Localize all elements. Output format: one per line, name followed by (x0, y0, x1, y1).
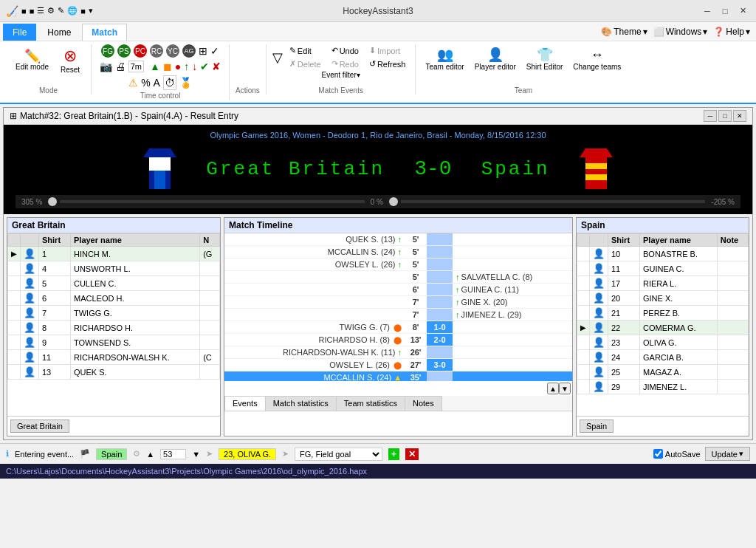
btn-pc[interactable]: PC (134, 44, 147, 58)
btn-7m[interactable]: 7m (128, 61, 144, 72)
timeline-row[interactable]: OWSLEY L. (26) ⬤ 27' 3-0 (224, 359, 572, 371)
autosave-label[interactable]: AutoSave (653, 449, 701, 459)
btn-rc[interactable]: RC (150, 44, 163, 58)
btn-arrow-down[interactable]: ↓ (192, 61, 197, 72)
btn-circle[interactable]: ● (175, 61, 181, 72)
gb-player-scroll[interactable]: Shirt Player name N ▶ 👤 1 HINCH M. (G 👤 … (7, 233, 220, 416)
spain-player-row[interactable]: 👤 17 RIERA L. (577, 276, 749, 291)
btn-camera[interactable]: 📷 (100, 61, 112, 72)
team-num-input[interactable] (160, 449, 186, 459)
redo-button[interactable]: ↷ Redo (328, 58, 362, 70)
add-event-button[interactable]: + (388, 448, 399, 460)
undo-button[interactable]: ↶ Undo (328, 44, 362, 57)
timeline-row[interactable]: TWIGG G. (7) ⬤ 8' 1-0 (224, 321, 572, 334)
tab-events[interactable]: Events (224, 396, 266, 411)
timeline-scroll[interactable]: QUEK S. (13) ↑ 5' MCCALLIN S. (24) ↑ 5' … (224, 233, 572, 381)
minimize-button[interactable]: ─ (700, 4, 715, 18)
shirt-editor-button[interactable]: 👕 Shirt Editor (523, 44, 566, 73)
spain-player-row[interactable]: 👤 29 JIMENEZ L. (577, 380, 749, 394)
spain-player-row[interactable]: 👤 21 PEREZ B. (577, 306, 749, 321)
btn-medal[interactable]: 🏅 (179, 77, 192, 89)
match-window-maximize[interactable]: □ (718, 110, 732, 122)
timeline-scroll-up[interactable]: ▲ (547, 383, 559, 394)
event-type-select[interactable]: FG, Field goal PC, Penalty corner PS, Pe… (295, 448, 382, 461)
windows-button[interactable]: ⬜ Windows▾ (653, 27, 708, 37)
gb-player-row[interactable]: 👤 5 CULLEN C. (8, 276, 220, 291)
btn-arrow-up[interactable]: ↑ (184, 61, 189, 72)
gb-player-row[interactable]: 👤 7 TWIGG G. (8, 306, 220, 321)
timeline-row[interactable]: QUEK S. (13) ↑ 5' (224, 233, 572, 246)
spain-player-row[interactable]: 👤 11 GUINEA C. (577, 261, 749, 276)
gb-player-row[interactable]: 👤 13 QUEK S. (8, 365, 220, 380)
btn-ps[interactable]: PS (117, 44, 131, 58)
import-button[interactable]: ⬇ Import (365, 44, 410, 57)
spain-player-row[interactable]: 👤 23 OLIVA G. (577, 335, 749, 350)
tab-file[interactable]: File (3, 24, 36, 41)
timeline-row[interactable]: 5' ↑SALVATELLA C. (8) (224, 271, 572, 284)
gb-player-row[interactable]: 👤 9 TOWNSEND S. (8, 335, 220, 350)
close-button[interactable]: ✕ (735, 4, 750, 18)
remove-event-button[interactable]: ✕ (405, 448, 419, 460)
btn-check[interactable]: ✓ (210, 45, 219, 57)
maximize-button[interactable]: □ (718, 4, 732, 18)
autosave-checkbox[interactable] (653, 449, 663, 459)
progress-handle-center[interactable] (389, 197, 398, 206)
spain-player-row[interactable]: 👤 24 GARCIA B. (577, 350, 749, 365)
tab-home[interactable]: Home (38, 24, 80, 41)
btn-clock[interactable]: ⏱ (163, 75, 176, 90)
edit-button[interactable]: ✎ Edit (286, 44, 325, 57)
tab-notes[interactable]: Notes (405, 396, 442, 411)
timeline-row[interactable]: 6' ↑GUINEA C. (11) (224, 284, 572, 296)
spin-down[interactable]: ▼ (192, 450, 200, 459)
gb-footer-button[interactable]: Great Britain (10, 419, 69, 433)
gb-player-row[interactable]: 👤 11 RICHARDSON-WALSH K. (C (8, 350, 220, 365)
btn-warning[interactable]: ⚠ (128, 77, 138, 89)
btn-yc[interactable]: YC (166, 44, 179, 58)
player-editor-button[interactable]: 👤 Player editor (471, 44, 520, 73)
btn-text[interactable]: A (154, 77, 160, 89)
gb-player-row[interactable]: 👤 8 RICHARDSO H. (8, 321, 220, 335)
progress-handle-left[interactable] (48, 197, 57, 206)
spain-player-scroll[interactable]: Shirt Player name Note 👤 10 BONASTRE B. … (577, 233, 749, 416)
help-button[interactable]: ❓ Help▾ (713, 27, 750, 37)
change-teams-button[interactable]: ↔️ Change teams (569, 45, 625, 73)
timeline-row[interactable]: OWSLEY L. (26) ↑ 5' (224, 258, 572, 271)
edit-mode-button[interactable]: ✏️ Edit mode (12, 47, 52, 73)
spin-up[interactable]: ▲ (146, 450, 154, 459)
timeline-row[interactable]: RICHARDSO H. (8) ⬤ 13' 2-0 (224, 334, 572, 346)
spain-player-row[interactable]: ▶ 👤 22 COMERMA G. (577, 321, 749, 335)
timeline-row[interactable]: MCCALLIN S. (24) ▲ 35' (224, 371, 572, 382)
btn-ag[interactable]: AG (182, 44, 196, 58)
btn-cross[interactable]: ✘ (212, 61, 221, 72)
timeline-row[interactable]: RICHARDSON-WALSH K. (11) ↑ 26' (224, 346, 572, 359)
spain-player-row[interactable]: 👤 10 BONASTRE B. (577, 247, 749, 261)
spain-footer-button[interactable]: Spain (580, 419, 614, 433)
timeline-row[interactable]: 7' ↑GINE X. (20) (224, 296, 572, 309)
timeline-scroll-down[interactable]: ▼ (559, 383, 571, 394)
match-window-close[interactable]: ✕ (733, 110, 746, 122)
btn-percent[interactable]: % (141, 77, 150, 89)
refresh-button[interactable]: ↺ Refresh (365, 58, 410, 70)
timeline-row[interactable]: 7' ↑JIMENEZ L. (29) (224, 309, 572, 321)
delete-button[interactable]: ✗ Delete (286, 58, 325, 70)
reset-button[interactable]: ⊗ Reset (55, 44, 85, 76)
team-editor-button[interactable]: 👥 Team editor (422, 44, 467, 73)
btn-fg[interactable]: FG (101, 44, 114, 58)
btn-grid[interactable]: ⊞ (199, 45, 207, 57)
spain-player-row[interactable]: 👤 20 GINE X. (577, 291, 749, 306)
btn-square[interactable]: ◼ (163, 61, 172, 72)
btn-checkmark[interactable]: ✔ (200, 61, 209, 72)
gb-player-row[interactable]: ▶ 👤 1 HINCH M. (G (8, 247, 220, 261)
theme-button[interactable]: 🎨 Theme▾ (601, 27, 647, 37)
spain-player-row[interactable]: 👤 25 MAGAZ A. (577, 365, 749, 380)
btn-triangle-up[interactable]: ▲ (150, 61, 160, 72)
gb-player-row[interactable]: 👤 6 MACLEOD H. (8, 291, 220, 306)
match-window-minimize[interactable]: ─ (704, 110, 717, 122)
btn-print[interactable]: 🖨 (115, 61, 126, 72)
gb-player-row[interactable]: 👤 4 UNSWORTH L. (8, 261, 220, 276)
timeline-row[interactable]: MCCALLIN S. (24) ↑ 5' (224, 246, 572, 258)
tab-match[interactable]: Match (82, 24, 127, 41)
tab-team-statistics[interactable]: Team statistics (336, 396, 405, 411)
update-button[interactable]: Update▾ (705, 447, 750, 461)
tab-match-statistics[interactable]: Match statistics (265, 396, 337, 411)
